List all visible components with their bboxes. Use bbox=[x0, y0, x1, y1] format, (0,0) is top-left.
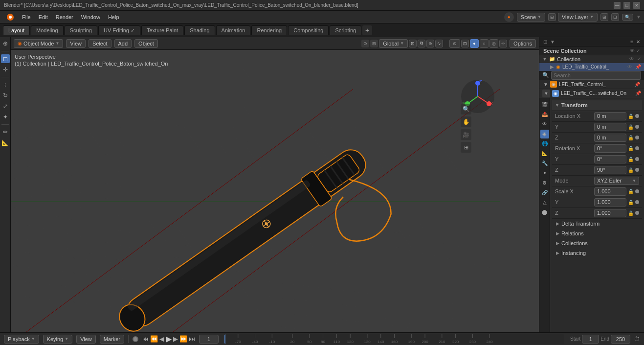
scene-icon[interactable]: ⊞ bbox=[600, 13, 608, 21]
record-button[interactable] bbox=[133, 336, 138, 342]
transform-orientation[interactable]: ⧉ bbox=[418, 40, 425, 47]
led-traffic-object-row[interactable]: ▶ ◉ LED_Traffic_Control_ 👁 📌 bbox=[539, 63, 644, 71]
prop-icon-output[interactable]: 📤 bbox=[540, 110, 549, 119]
delta-transform-header[interactable]: ▶ Delta Transform bbox=[552, 219, 642, 229]
toolbar-measure[interactable]: 📐 bbox=[1, 138, 10, 147]
global-transform-dropdown[interactable]: Global ▼ bbox=[379, 39, 408, 48]
instancing-header[interactable]: ▶ Instancing bbox=[552, 248, 642, 258]
location-z-lock[interactable]: 🔒 bbox=[628, 135, 634, 140]
layout-icon[interactable]: ⊡ bbox=[611, 13, 619, 21]
toolbar-annotate[interactable]: ✏ bbox=[1, 128, 10, 137]
add-workspace-button[interactable]: + bbox=[362, 25, 372, 35]
obj-pin-icon[interactable]: 📌 bbox=[634, 82, 640, 87]
viewport-material-btn[interactable]: ○ bbox=[480, 39, 489, 48]
minimize-button[interactable]: — bbox=[614, 2, 621, 9]
menu-render[interactable]: Render bbox=[52, 13, 77, 21]
relations-header[interactable]: ▶ Relations bbox=[552, 229, 642, 238]
search-button[interactable]: 🔍 bbox=[622, 14, 633, 21]
prev-frame-btn[interactable]: ⏪ bbox=[150, 335, 158, 343]
collection-eye[interactable]: 👁 bbox=[629, 56, 634, 62]
collection-check[interactable]: ✓ bbox=[637, 56, 641, 62]
snap-toggle[interactable]: ⊕ bbox=[426, 40, 434, 47]
toolbar-cursor-tool[interactable]: ✛ bbox=[1, 65, 10, 74]
prev-keyframe-btn[interactable]: ◀ bbox=[159, 335, 164, 343]
location-y-lock[interactable]: 🔒 bbox=[628, 124, 634, 130]
tab-shading[interactable]: Shading bbox=[184, 25, 215, 35]
viewport-view-menu[interactable]: View bbox=[66, 39, 86, 48]
playback-dropdown[interactable]: Playback ▼ bbox=[4, 335, 39, 344]
marker-dropdown[interactable]: Marker bbox=[100, 335, 124, 344]
location-x-value[interactable]: 0 m bbox=[594, 112, 626, 120]
tab-sculpting[interactable]: Sculpting bbox=[65, 25, 97, 35]
tab-animation[interactable]: Animation bbox=[216, 25, 251, 35]
rotation-z-value[interactable]: 90° bbox=[594, 166, 626, 174]
prop-icon-scene[interactable]: ◉ bbox=[540, 130, 549, 138]
transform-section-header[interactable]: ▼ Transform bbox=[552, 100, 642, 111]
jump-end-btn[interactable]: ⏭ bbox=[189, 335, 195, 343]
next-keyframe-btn[interactable]: ▶ bbox=[173, 335, 178, 343]
end-frame-input[interactable]: 250 bbox=[611, 335, 630, 344]
viewport-select-menu[interactable]: Select bbox=[89, 39, 111, 48]
object-eye[interactable]: 👁 bbox=[627, 64, 632, 69]
keying-dropdown[interactable]: Keying ▼ bbox=[43, 335, 73, 344]
scene-selector[interactable]: Scene ▼ bbox=[517, 13, 545, 22]
tab-modeling[interactable]: Modeling bbox=[31, 25, 64, 35]
menu-window[interactable]: Window bbox=[78, 13, 104, 21]
close-button[interactable]: ✕ bbox=[633, 2, 640, 9]
toolbar-select[interactable]: ◻ bbox=[1, 54, 10, 63]
toolbar-move[interactable]: ↕ bbox=[1, 80, 10, 89]
viewport-render-btn[interactable]: ◎ bbox=[489, 39, 498, 48]
clock-icon[interactable]: ⏱ bbox=[634, 336, 640, 343]
view-layer-dropdown[interactable]: View Layer ▼ bbox=[558, 13, 598, 22]
transform-pivot[interactable]: ⊡ bbox=[409, 40, 417, 47]
mode-select[interactable]: XYZ Euler ▼ bbox=[594, 177, 639, 185]
rotation-y-lock[interactable]: 🔒 bbox=[628, 157, 634, 162]
obj-dropdown-icon[interactable]: ▼ bbox=[542, 90, 550, 97]
viewport-mode-dropdown[interactable]: ◉ Object Mode ▼ bbox=[14, 39, 63, 48]
tab-rendering[interactable]: Rendering bbox=[251, 25, 287, 35]
menu-file[interactable]: File bbox=[19, 13, 34, 21]
tab-scripting[interactable]: Scripting bbox=[330, 25, 361, 35]
prop-icon-render[interactable]: 🎬 bbox=[540, 100, 549, 109]
scale-z-value[interactable]: 1.000 bbox=[594, 209, 626, 217]
snapping-btn[interactable]: ⊞ bbox=[370, 40, 378, 47]
object-data-row2[interactable]: ▼ ◉ LED_Traffic_C... switched_On 📌 bbox=[539, 89, 644, 98]
next-frame-btn[interactable]: ⏩ bbox=[179, 335, 187, 343]
prop-icon-physics[interactable]: ⚙ bbox=[540, 179, 549, 187]
menu-edit[interactable]: Edit bbox=[35, 13, 51, 21]
scale-y-lock[interactable]: 🔒 bbox=[628, 200, 634, 205]
scale-x-lock[interactable]: 🔒 bbox=[628, 189, 634, 194]
tab-layout[interactable]: Layout bbox=[3, 25, 30, 35]
prop-icon-particles[interactable]: ✦ bbox=[540, 169, 549, 178]
collection-row[interactable]: ▼ 📁 Collection 👁 ✓ bbox=[539, 55, 644, 63]
toolbar-cursor[interactable]: ⊕ bbox=[1, 39, 10, 48]
play-btn[interactable]: ▶ bbox=[166, 334, 172, 344]
shading-overlay-btn[interactable]: ⊙ bbox=[449, 39, 460, 48]
menu-blender[interactable] bbox=[3, 12, 18, 22]
prop-icon-modifier[interactable]: 🔧 bbox=[540, 159, 549, 168]
obj2-pin-icon[interactable]: 📌 bbox=[635, 91, 641, 96]
jump-start-btn[interactable]: ⏮ bbox=[142, 335, 149, 343]
location-y-value[interactable]: 0 m bbox=[594, 123, 626, 131]
prop-icon-world[interactable]: 🌐 bbox=[540, 139, 549, 148]
viewport[interactable]: ◉ Object Mode ▼ View Select Add Object ⊙… bbox=[11, 37, 539, 332]
scale-y-value[interactable]: 1.000 bbox=[594, 198, 626, 207]
tab-uv-editing[interactable]: UV Editing ✓ bbox=[98, 25, 140, 35]
tab-compositing[interactable]: Compositing bbox=[288, 25, 329, 35]
panel-options-icon[interactable]: ≡ bbox=[630, 39, 633, 45]
prop-icon-material[interactable]: ⬤ bbox=[540, 208, 549, 217]
current-frame-display[interactable]: 1 bbox=[199, 335, 219, 344]
prop-icon-object-data[interactable]: △ bbox=[540, 198, 549, 207]
rotation-x-value[interactable]: 0° bbox=[594, 144, 626, 153]
collections-header[interactable]: ▶ Collections bbox=[552, 238, 642, 248]
scale-x-value[interactable]: 1.000 bbox=[594, 187, 626, 196]
blender-icon[interactable]: ● bbox=[504, 12, 514, 22]
rotation-z-lock[interactable]: 🔒 bbox=[628, 167, 634, 173]
scale-z-lock[interactable]: 🔒 bbox=[628, 210, 634, 216]
panel-close-icon[interactable]: ✕ bbox=[636, 39, 640, 45]
prop-icon-view[interactable]: 👁 bbox=[540, 120, 549, 129]
proportional-falloff[interactable]: ∿ bbox=[435, 40, 443, 47]
object-pin[interactable]: 📌 bbox=[635, 64, 641, 69]
scene-check-icon[interactable]: ✓ bbox=[636, 48, 640, 53]
tab-texture-paint[interactable]: Texture Paint bbox=[141, 25, 183, 35]
